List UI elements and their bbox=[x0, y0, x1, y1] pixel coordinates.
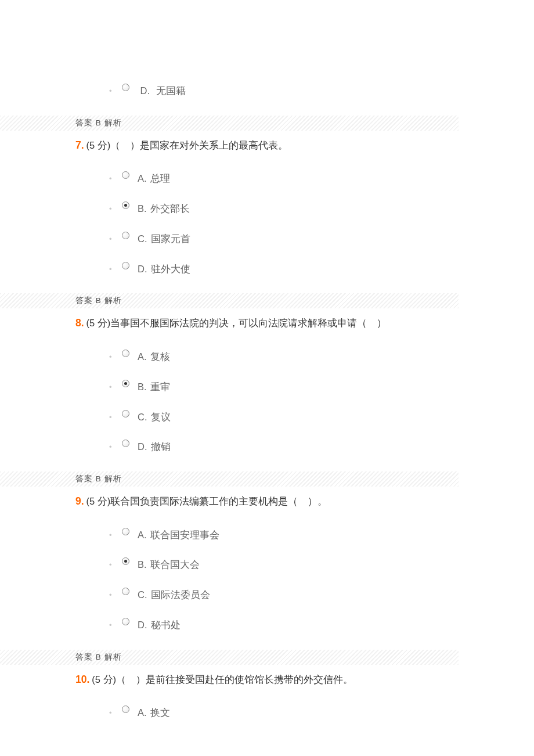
option-text: 国际法委员会 bbox=[151, 589, 210, 600]
radio-icon[interactable] bbox=[122, 618, 129, 625]
option-text: 总理 bbox=[150, 173, 170, 183]
option-letter: B. bbox=[138, 559, 147, 570]
question-points: (5 分) bbox=[86, 496, 111, 506]
radio-icon[interactable] bbox=[122, 201, 129, 209]
question-number: 9. bbox=[75, 495, 84, 507]
option-item[interactable]: A.联合国安理事会 bbox=[122, 530, 459, 541]
answer-bar: 答案 B 解析 bbox=[0, 116, 459, 131]
question-points: (5 分) bbox=[86, 318, 111, 328]
option-item[interactable]: C.国家元首 bbox=[122, 233, 459, 245]
option-item[interactable]: A.总理 bbox=[122, 173, 459, 185]
option-text: 撤销 bbox=[151, 441, 171, 452]
question-points: (5 分) bbox=[86, 140, 111, 150]
option-letter: C. bbox=[138, 589, 147, 600]
question-fragment: D. 无国籍 bbox=[0, 85, 534, 97]
option-text: 秘书处 bbox=[151, 620, 181, 630]
question-block: 7.(5 分)（ ）是国家在对外关系上的最高代表。A.总理B.外交部长C.国家元… bbox=[0, 136, 534, 275]
option-letter: A. bbox=[138, 707, 147, 718]
question-head: 7.(5 分)（ ）是国家在对外关系上的最高代表。 bbox=[75, 136, 459, 155]
option-letter: A. bbox=[138, 173, 147, 183]
radio-icon[interactable] bbox=[122, 705, 129, 713]
radio-icon[interactable] bbox=[122, 232, 129, 239]
question-number: 10. bbox=[75, 674, 89, 685]
question-text: 联合国负责国际法编纂工作的主要机构是（ ）。 bbox=[110, 496, 327, 506]
question-points: (5 分) bbox=[92, 674, 116, 685]
option-letter: B. bbox=[138, 381, 147, 392]
radio-icon[interactable] bbox=[122, 84, 129, 91]
answer-bar: 答案 B 解析 bbox=[0, 471, 459, 487]
radio-icon[interactable] bbox=[122, 588, 129, 595]
option-letter: D. bbox=[138, 264, 147, 274]
option-item[interactable]: B.联合国大会 bbox=[122, 559, 459, 571]
option-letter: D. bbox=[140, 85, 150, 96]
radio-icon[interactable] bbox=[122, 171, 129, 179]
option-letter: B. bbox=[138, 203, 147, 214]
question-text: （ ）是国家在对外关系上的最高代表。 bbox=[110, 140, 288, 150]
radio-icon[interactable] bbox=[122, 440, 129, 447]
option-text: 联合国大会 bbox=[150, 559, 200, 570]
option-list: A.联合国安理事会B.联合国大会C.国际法委员会D.秘书处 bbox=[75, 530, 459, 631]
question-text: （ ）是前往接受国赴任的使馆馆长携带的外交信件。 bbox=[116, 674, 353, 685]
question-block: 10.(5 分)（ ）是前往接受国赴任的使馆馆长携带的外交信件。A.换文 bbox=[0, 671, 534, 719]
option-text: 驻外大使 bbox=[151, 264, 190, 274]
question-block: 9.(5 分)联合国负责国际法编纂工作的主要机构是（ ）。A.联合国安理事会B.… bbox=[0, 492, 534, 631]
radio-icon[interactable] bbox=[122, 410, 129, 417]
option-text: 无国籍 bbox=[156, 85, 186, 96]
question-number: 7. bbox=[75, 139, 84, 151]
option-letter: C. bbox=[138, 412, 147, 422]
radio-icon[interactable] bbox=[122, 528, 129, 535]
option-list: A.换文 bbox=[75, 707, 459, 719]
question-number: 8. bbox=[75, 317, 84, 329]
option-letter: D. bbox=[138, 441, 147, 452]
option-item[interactable]: D.撤销 bbox=[122, 441, 459, 453]
option-item[interactable]: C.国际法委员会 bbox=[122, 589, 459, 601]
radio-icon[interactable] bbox=[122, 380, 129, 387]
question-head: 10.(5 分)（ ）是前往接受国赴任的使馆馆长携带的外交信件。 bbox=[75, 671, 459, 689]
option-item[interactable]: B.重审 bbox=[122, 381, 459, 393]
option-letter: A. bbox=[138, 530, 147, 540]
radio-icon[interactable] bbox=[122, 262, 129, 269]
answer-bar: 答案 B 解析 bbox=[0, 650, 459, 665]
option-text: 外交部长 bbox=[150, 203, 190, 214]
question-head: 9.(5 分)联合国负责国际法编纂工作的主要机构是（ ）。 bbox=[75, 492, 459, 511]
option-list: A.总理B.外交部长C.国家元首D.驻外大使 bbox=[75, 173, 459, 275]
option-letter: A. bbox=[138, 351, 147, 362]
radio-icon[interactable] bbox=[122, 350, 129, 357]
option-item[interactable]: A.复核 bbox=[122, 351, 459, 363]
question-head: 8.(5 分)当事国不服国际法院的判决，可以向法院请求解释或申请（ ） bbox=[75, 314, 459, 333]
option-list: A.复核B.重审C.复议D.撤销 bbox=[75, 351, 459, 453]
option-list: D. 无国籍 bbox=[75, 85, 459, 97]
question-text: 当事国不服国际法院的判决，可以向法院请求解释或申请（ ） bbox=[110, 318, 387, 328]
option-item[interactable]: D. 无国籍 bbox=[122, 85, 459, 97]
answer-bar: 答案 B 解析 bbox=[0, 293, 459, 308]
option-text: 换文 bbox=[150, 707, 170, 718]
question-block: 8.(5 分)当事国不服国际法院的判决，可以向法院请求解释或申请（ ）A.复核B… bbox=[0, 314, 534, 453]
radio-icon[interactable] bbox=[122, 557, 129, 565]
option-text: 联合国安理事会 bbox=[150, 530, 219, 540]
option-letter: D. bbox=[138, 620, 147, 630]
option-item[interactable]: C.复议 bbox=[122, 412, 459, 423]
option-item[interactable]: A.换文 bbox=[122, 707, 459, 719]
option-item[interactable]: B.外交部长 bbox=[122, 203, 459, 215]
option-text: 重审 bbox=[150, 381, 170, 392]
option-letter: C. bbox=[138, 233, 147, 244]
option-text: 复议 bbox=[151, 412, 171, 422]
option-item[interactable]: D.秘书处 bbox=[122, 620, 459, 631]
option-text: 复核 bbox=[150, 351, 170, 362]
option-text: 国家元首 bbox=[151, 233, 190, 244]
option-item[interactable]: D.驻外大使 bbox=[122, 264, 459, 275]
